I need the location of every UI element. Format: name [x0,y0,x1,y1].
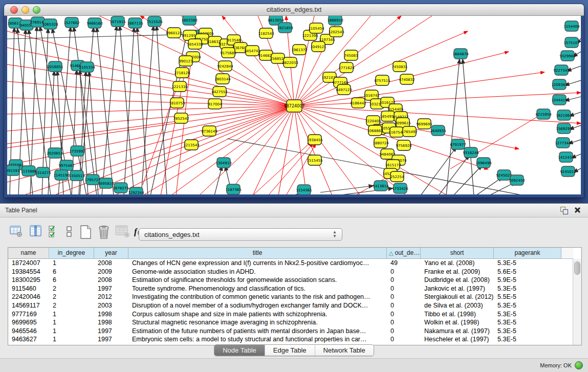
citation-edge-red[interactable] [199,106,294,194]
tab-edge-table[interactable]: Edge Table [265,345,315,356]
graph-node[interactable]: 1154361 [296,185,312,194]
graph-node[interactable]: 7515526 [146,16,163,27]
tab-network-table[interactable]: Network Table [315,345,374,356]
graph-node[interactable]: 1154408 [563,21,579,31]
tab-node-table[interactable]: Node Table [214,345,265,356]
graph-node[interactable]: 1695810 [98,178,114,188]
table-row[interactable]: 946362711997Embryonic stem cells: a mode… [8,335,573,344]
table-select[interactable]: citations_edges.txt ▲▼ [139,228,342,241]
table-row[interactable]: 1830029562008Estimation of significance … [8,276,573,285]
graph-node[interactable]: 1221334 [171,81,188,92]
graph-node[interactable]: 1667135 [127,18,143,28]
citation-edge-black[interactable] [453,165,482,194]
graph-node[interactable]: 9316246 [463,147,479,158]
graph-node[interactable]: 9242844 [217,61,233,71]
table-row[interactable]: 2242004622012Investigating the contribut… [8,293,573,301]
graph-node[interactable]: 1202543 [328,27,344,37]
citation-edge-black[interactable] [7,34,192,39]
graph-node[interactable]: 2105334 [79,62,95,72]
graph-node[interactable]: 1292344 [128,187,144,194]
graph-node[interactable]: 1182543 [258,28,274,38]
graph-node[interactable]: 745083 [344,50,358,60]
citation-edge-red[interactable] [294,93,581,106]
table-row[interactable]: 977716911998Corpus callosum shape and si… [8,310,573,319]
select-rows-icon[interactable] [47,224,62,240]
graph-node[interactable]: 1350513 [69,170,84,181]
graph-node[interactable]: 7852542 [173,113,189,123]
graph-node[interactable]: 18724007 [284,100,305,112]
graph-node[interactable]: 1735992 [69,146,85,156]
column-header-pagerank[interactable]: pagerank [494,248,561,259]
graph-node[interactable]: 9975487 [58,160,74,170]
graph-node[interactable]: 8215958 [535,109,551,119]
graph-node[interactable]: 1065328 [42,19,58,29]
delete-column-icon[interactable] [96,224,112,240]
graph-node[interactable]: 1412434 [558,152,574,162]
graph-node[interactable]: 917004 [208,99,222,109]
citation-edge-black[interactable] [463,59,474,194]
citation-edge-black[interactable] [421,147,456,194]
graph-node[interactable]: 8822033 [282,57,298,68]
citation-edge-red[interactable] [7,98,294,106]
graph-node[interactable]: 1314275 [35,167,51,178]
graph-node[interactable]: 9756928 [396,140,411,150]
column-header-in_degree[interactable]: in_degree [49,248,94,259]
graph-node[interactable]: 1071915 [110,16,125,27]
citation-edge-red[interactable] [7,48,294,106]
graph-node[interactable]: 1654338 [187,39,203,49]
graph-node[interactable]: 8960123 [166,28,182,38]
graph-node[interactable]: 1880724 [373,138,389,148]
graph-node[interactable]: 1049121 [310,41,326,52]
graph-node[interactable]: 1244415 [551,95,567,105]
citation-edge-red[interactable] [294,106,332,194]
graph-node[interactable]: 1765492 [401,126,417,137]
citation-edge-black[interactable] [439,155,469,194]
graph-node[interactable]: 1092450 [509,175,525,185]
graph-node[interactable]: 8427552 [211,86,227,97]
graph-node[interactable]: 9466160 [86,18,102,28]
graph-node[interactable]: 1678275 [113,183,128,193]
graph-node[interactable]: 1413614 [373,181,389,191]
graph-node[interactable]: 1603380 [181,16,197,25]
table-row[interactable]: 1938455462009Genome-wide association stu… [8,268,573,276]
graph-node[interactable]: 8736149 [201,126,217,136]
graph-node[interactable]: 1961372 [291,45,307,55]
citation-edge-black[interactable] [80,27,94,194]
graph-node[interactable]: 1527602 [63,17,79,28]
table-row[interactable]: 911546021997Tourette syndrome. Phenomeno… [8,285,573,293]
column-header-name[interactable]: name [8,248,49,259]
graph-node[interactable]: 2016051 [47,61,63,72]
graph-node[interactable]: 6791977 [450,139,466,149]
graph-node[interactable]: 1096496 [475,158,492,168]
table-row[interactable]: 946554611997Estimation of the future num… [8,327,573,336]
close-panel-icon[interactable] [574,206,581,213]
graph-node[interactable]: 9245012 [560,166,576,177]
graph-node[interactable]: 6497123 [336,84,352,95]
graph-node[interactable]: 1771624 [338,62,355,73]
graph-node[interactable]: 8186442 [350,98,366,108]
citation-edge-red[interactable] [294,106,360,194]
column-header-year[interactable]: year [94,248,128,259]
graph-node[interactable]: 990123 [179,56,193,66]
graph-node[interactable]: 1664878 [452,49,468,59]
citation-edge-black[interactable] [97,27,114,194]
vertical-scrollbar[interactable] [573,259,581,345]
graph-node[interactable]: 1733426 [392,183,408,193]
citation-edge-black[interactable] [120,26,134,194]
new-column-icon[interactable] [78,224,93,240]
scrollbar-thumb[interactable] [574,261,580,275]
table-row[interactable]: 1456911722003Disruption of a novel membe… [8,301,573,310]
graph-node[interactable]: 1187365 [225,184,241,194]
citation-edge-red[interactable] [227,106,294,194]
column-header-title[interactable]: title [128,248,387,259]
graph-node[interactable]: 7450831 [391,61,407,72]
graph-node[interactable]: 1640935 [430,125,446,136]
graph-node[interactable]: 1938455 [307,135,322,145]
graph-node[interactable]: 2020653 [47,148,62,158]
citation-edge-red[interactable] [7,106,294,148]
graph-node[interactable]: 9227343 [553,65,569,75]
citation-edge-black[interactable] [446,59,460,194]
citation-edge-red[interactable] [23,106,294,194]
table-row[interactable]: 1872400712008Changes of HCN gene express… [8,259,573,268]
graph-node[interactable]: 1921859 [277,23,293,33]
